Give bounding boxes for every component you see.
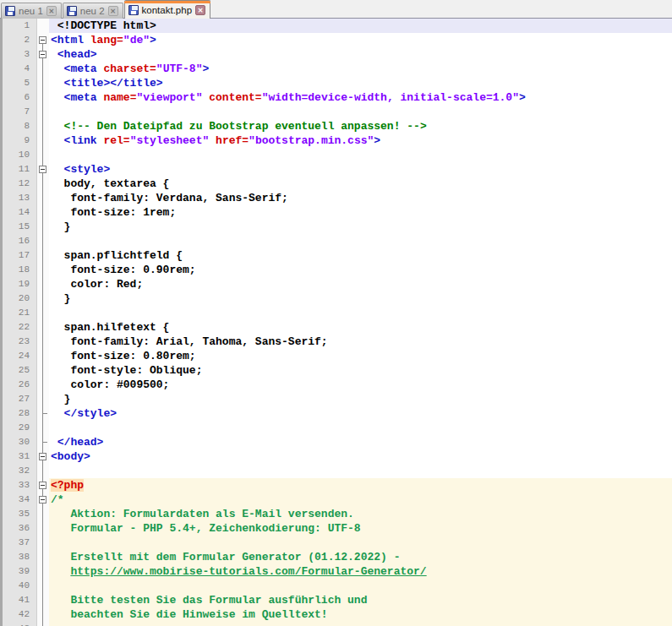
- code-area[interactable]: 1 <!DOCTYPE html>2<html lang="de">3 <hea…: [0, 19, 672, 626]
- code-line[interactable]: 1 <!DOCTYPE html>: [3, 19, 672, 33]
- close-icon[interactable]: ✕: [46, 6, 57, 16]
- code-line[interactable]: 31<body>: [3, 449, 672, 464]
- fold-margin: [37, 536, 49, 550]
- line-number: 8: [3, 119, 37, 133]
- fold-margin: [37, 191, 49, 205]
- code-line[interactable]: 21: [3, 306, 672, 320]
- code-token: <style>: [64, 163, 111, 176]
- code-line[interactable]: 6 <meta name="viewport" content="width=d…: [3, 90, 672, 105]
- code-line[interactable]: 28 </style>: [3, 406, 672, 421]
- line-number: 21: [3, 306, 37, 320]
- code-line[interactable]: 35 Aktion: Formulardaten als E-Mail vers…: [3, 507, 672, 521]
- code-text: span.pflichtfeld {: [49, 248, 672, 263]
- code-text: [49, 148, 672, 162]
- code-line[interactable]: 27 }: [3, 392, 672, 406]
- close-icon[interactable]: ✕: [108, 6, 118, 16]
- code-line[interactable]: 23 font-family: Arial, Tahoma, Sans-Seri…: [3, 335, 672, 349]
- line-number: 16: [3, 234, 37, 248]
- code-token: color: #009500;: [51, 378, 169, 391]
- fold-margin: [37, 464, 49, 478]
- code-line[interactable]: 36 Formular - PHP 5.4+, Zeichenkodierung…: [3, 521, 672, 536]
- fold-collapse-icon[interactable]: [39, 51, 46, 58]
- code-token: "viewport": [136, 91, 202, 104]
- fold-margin: [37, 335, 49, 349]
- code-text: [49, 306, 672, 320]
- code-token: span.pflichtfeld {: [51, 249, 183, 262]
- code-line[interactable]: 25 font-style: Oblique;: [3, 363, 672, 378]
- code-line[interactable]: 16: [3, 234, 672, 248]
- code-token: "width=device-width, initial-scale=1.0": [262, 91, 519, 104]
- tab-kontakt-php[interactable]: kontakt.php ✕: [124, 0, 210, 19]
- line-number: 17: [3, 248, 37, 263]
- code-line[interactable]: 40: [3, 579, 672, 593]
- code-token: <body>: [51, 450, 90, 463]
- line-number: 3: [3, 47, 37, 62]
- code-line[interactable]: 8 <!-- Den Dateipfad zu Bootstrap eventu…: [3, 119, 672, 133]
- tab-neu-1[interactable]: neu 1 ✕: [1, 3, 62, 19]
- code-line[interactable]: 20 }: [3, 291, 672, 306]
- code-line[interactable]: 4 <meta charset="UTF-8">: [3, 62, 672, 76]
- code-line[interactable]: 9 <link rel="stylesheet" href="bootstrap…: [3, 133, 672, 148]
- fold-margin: [37, 363, 49, 378]
- code-text: <meta charset="UTF-8">: [49, 62, 672, 76]
- line-number: 11: [3, 162, 37, 177]
- line-number: 41: [3, 593, 37, 607]
- code-token: [51, 565, 70, 578]
- fold-margin: [37, 564, 49, 579]
- code-line[interactable]: 37: [3, 536, 672, 550]
- fold-collapse-icon[interactable]: [39, 496, 46, 504]
- line-number: 7: [3, 105, 37, 119]
- code-line[interactable]: 13 font-family: Verdana, Sans-Serif;: [3, 191, 672, 205]
- code-token: <meta: [64, 91, 104, 104]
- fold-margin: [37, 205, 49, 220]
- code-line[interactable]: 38 Erstellt mit dem Formular Generator (…: [3, 550, 672, 564]
- fold-collapse-icon[interactable]: [39, 482, 46, 489]
- code-text: Formular - PHP 5.4+, Zeichenkodierung: U…: [49, 521, 672, 536]
- code-line[interactable]: 34/*: [3, 493, 672, 507]
- fold-margin: [37, 76, 49, 90]
- code-line[interactable]: 30 </head>: [3, 435, 672, 449]
- code-token: <link: [64, 134, 104, 147]
- code-line[interactable]: 41 Bitte testen Sie das Formular ausführ…: [3, 593, 672, 607]
- code-line[interactable]: 19 color: Red;: [3, 277, 672, 291]
- code-line[interactable]: 42 beachten Sie die Hinweise im Quelltex…: [3, 607, 672, 622]
- code-line[interactable]: 15 }: [3, 220, 672, 234]
- code-line[interactable]: 5 <title></title>: [3, 76, 672, 90]
- line-number: 42: [3, 607, 37, 622]
- code-line[interactable]: 11 <style>: [3, 162, 672, 177]
- code-line[interactable]: 32: [3, 464, 672, 478]
- code-line[interactable]: 29: [3, 421, 672, 435]
- code-text: <head>: [49, 47, 672, 62]
- code-text: }: [49, 220, 672, 234]
- code-line[interactable]: 17 span.pflichtfeld {: [3, 248, 672, 263]
- code-line[interactable]: 2<html lang="de">: [3, 33, 672, 47]
- code-token: [51, 436, 57, 449]
- code-line[interactable]: 18 font-size: 0.90rem;: [3, 263, 672, 277]
- code-line[interactable]: 14 font-size: 1rem;: [3, 205, 672, 220]
- code-line[interactable]: 12 body, textarea {: [3, 177, 672, 191]
- fold-collapse-icon[interactable]: [39, 36, 46, 44]
- code-line[interactable]: 3 <head>: [3, 47, 672, 62]
- line-number: 6: [3, 90, 37, 105]
- code-line[interactable]: 22 span.hilfetext {: [3, 320, 672, 335]
- code-line[interactable]: 7: [3, 105, 672, 119]
- code-token: [51, 63, 64, 75]
- fold-collapse-icon[interactable]: [39, 453, 46, 460]
- code-line[interactable]: 33<?php: [3, 478, 672, 493]
- tab-label: neu 1: [19, 6, 43, 16]
- fold-margin: [37, 392, 49, 406]
- code-text: </head>: [49, 435, 672, 449]
- code-line[interactable]: 10: [3, 148, 672, 162]
- code-line[interactable]: 39 https://www.mobirise-tutorials.com/Fo…: [3, 564, 672, 579]
- fold-collapse-icon[interactable]: [39, 166, 46, 173]
- line-number: 13: [3, 191, 37, 205]
- tab-label: neu 2: [80, 6, 105, 16]
- close-icon[interactable]: ✕: [195, 5, 205, 15]
- code-line[interactable]: 43: [3, 622, 672, 626]
- code-token: span.hilfetext {: [51, 321, 169, 334]
- code-token: <head>: [57, 48, 97, 61]
- code-text: [49, 579, 672, 593]
- code-line[interactable]: 24 font-size: 0.80rem;: [3, 349, 672, 363]
- tab-neu-2[interactable]: neu 2 ✕: [63, 3, 123, 19]
- code-line[interactable]: 26 color: #009500;: [3, 378, 672, 392]
